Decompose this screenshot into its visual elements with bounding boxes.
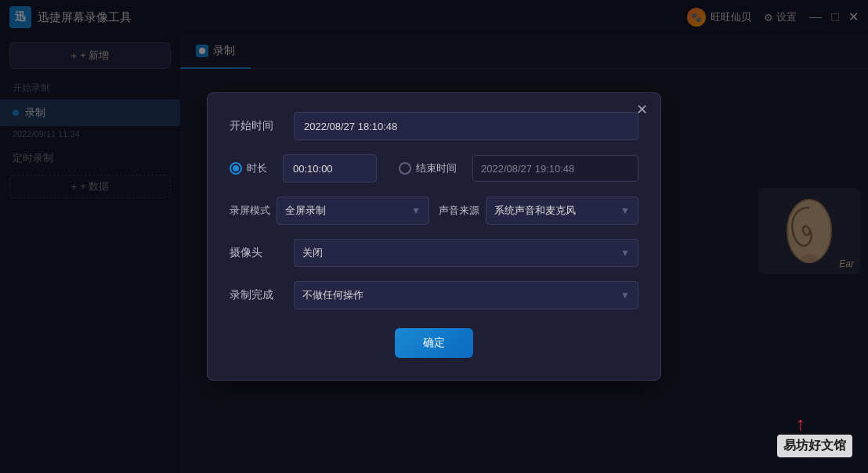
- record-mode-value: 全屏录制: [285, 204, 326, 218]
- end-time-input[interactable]: [472, 155, 638, 182]
- dialog-camera-row: 摄像头 关闭 ▼: [230, 239, 638, 267]
- camera-arrow: ▼: [620, 247, 630, 258]
- complete-label: 录制完成: [230, 288, 284, 302]
- audio-source-group: 声音来源 系统声音和麦克风 ▼: [439, 197, 638, 225]
- dialog-mode-audio-row: 录屏模式 全屏录制 ▼ 声音来源 系统声音和麦克风 ▼: [230, 197, 638, 225]
- complete-select[interactable]: 不做任何操作 ▼: [294, 281, 638, 309]
- start-time-label: 开始时间: [230, 119, 284, 133]
- audio-source-label: 声音来源: [439, 204, 479, 218]
- audio-source-select[interactable]: 系统声音和麦克风 ▼: [486, 197, 638, 225]
- confirm-button[interactable]: 确定: [395, 328, 473, 358]
- duration-input[interactable]: [283, 154, 377, 182]
- mode-audio-selects: 录屏模式 全屏录制 ▼ 声音来源 系统声音和麦克风 ▼: [230, 197, 638, 225]
- dialog-close-button[interactable]: ✕: [636, 103, 648, 117]
- audio-source-arrow: ▼: [620, 205, 630, 216]
- record-mode-select[interactable]: 全屏录制 ▼: [277, 197, 429, 225]
- record-mode-group: 录屏模式 全屏录制 ▼: [230, 197, 429, 225]
- dialog-overlay: ✕ 开始时间 时长 结束时间: [0, 0, 868, 473]
- audio-source-value: 系统声音和麦克风: [494, 204, 576, 218]
- record-mode-arrow: ▼: [411, 205, 421, 216]
- dialog-duration-row: 时长 结束时间: [230, 154, 638, 182]
- duration-radio-dot: [233, 165, 239, 172]
- duration-radio-label: 时长: [247, 161, 267, 175]
- camera-select[interactable]: 关闭 ▼: [294, 239, 638, 267]
- dialog-complete-row: 录制完成 不做任何操作 ▼: [230, 281, 638, 309]
- watermark-text: 易坊好文馆: [777, 435, 852, 457]
- end-time-radio-circle: [399, 162, 411, 175]
- complete-value: 不做任何操作: [302, 288, 363, 302]
- complete-arrow: ▼: [620, 290, 630, 301]
- start-time-input[interactable]: [294, 112, 638, 140]
- duration-radio-group: 时长 结束时间: [230, 154, 638, 182]
- dialog-start-time-row: 开始时间: [230, 112, 638, 140]
- end-time-radio-item[interactable]: 结束时间: [399, 161, 457, 175]
- camera-value: 关闭: [302, 246, 323, 260]
- end-time-radio-label: 结束时间: [416, 161, 457, 175]
- watermark-area: ↑ 易坊好文馆: [777, 414, 852, 457]
- duration-radio-circle: [230, 162, 242, 175]
- record-mode-label: 录屏模式: [230, 204, 270, 218]
- duration-radio-item[interactable]: 时长: [230, 161, 267, 175]
- camera-dialog-label: 摄像头: [230, 246, 284, 260]
- red-arrow-icon: ↑: [796, 413, 805, 435]
- dialog: ✕ 开始时间 时长 结束时间: [207, 92, 661, 381]
